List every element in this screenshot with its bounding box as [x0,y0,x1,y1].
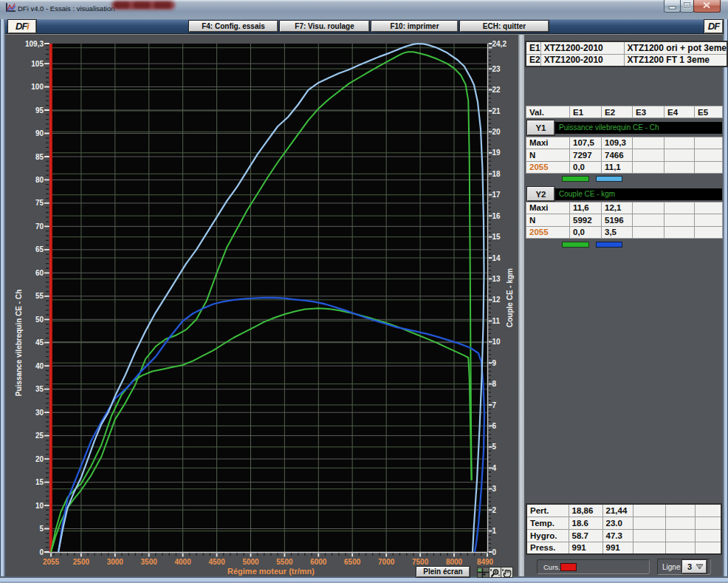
svg-text:13: 13 [492,275,501,283]
svg-text:18: 18 [492,170,501,178]
svg-text:50: 50 [35,316,44,324]
svg-text:65: 65 [35,245,44,253]
svg-text:109,3: 109,3 [25,40,44,48]
svg-text:30: 30 [35,409,44,417]
svg-text:3000: 3000 [107,558,124,566]
svg-text:14: 14 [492,254,501,262]
svg-text:23: 23 [492,65,501,73]
svg-text:8: 8 [492,380,497,388]
svg-text:20: 20 [35,455,44,463]
svg-text:7000: 7000 [378,558,395,566]
svg-text:40: 40 [35,362,44,370]
svg-text:10: 10 [35,502,44,510]
svg-text:15: 15 [492,233,501,241]
svg-text:0: 0 [39,548,44,556]
svg-text:6: 6 [492,422,497,430]
svg-text:5500: 5500 [276,558,293,566]
svg-text:17: 17 [492,191,501,199]
svg-text:6000: 6000 [310,558,327,566]
svg-text:5: 5 [39,525,44,533]
svg-text:85: 85 [35,153,44,161]
svg-text:2055: 2055 [43,558,60,566]
svg-text:Couple CE - kgm: Couple CE - kgm [506,268,514,327]
svg-text:11: 11 [492,317,501,325]
svg-text:7500: 7500 [412,558,429,566]
svg-text:15: 15 [35,478,44,486]
svg-text:0: 0 [492,548,497,556]
svg-text:24,2: 24,2 [492,40,507,48]
svg-text:Puissance vilebrequin CE - Ch: Puissance vilebrequin CE - Ch [15,290,23,396]
svg-text:105: 105 [31,60,44,68]
svg-text:100: 100 [31,83,44,91]
svg-text:12: 12 [492,296,501,304]
svg-text:1: 1 [492,527,497,535]
svg-text:60: 60 [35,269,44,277]
svg-text:4: 4 [492,464,497,472]
svg-text:70: 70 [35,222,44,231]
svg-text:16: 16 [492,212,501,220]
svg-text:Régime moteur (tr/mn): Régime moteur (tr/mn) [227,567,315,576]
svg-text:9: 9 [492,359,497,367]
svg-text:4000: 4000 [174,558,191,566]
svg-text:55: 55 [35,292,44,300]
svg-text:95: 95 [35,106,44,115]
svg-text:21: 21 [492,107,501,115]
svg-text:3500: 3500 [141,558,158,566]
svg-text:8000: 8000 [446,558,463,566]
svg-text:20: 20 [492,128,501,136]
svg-text:8490: 8490 [477,558,494,566]
svg-text:6500: 6500 [344,558,361,566]
svg-text:25: 25 [35,432,44,440]
svg-text:35: 35 [35,385,44,393]
svg-text:10: 10 [492,338,501,346]
svg-text:5000: 5000 [242,558,259,566]
svg-text:90: 90 [35,129,44,137]
svg-text:80: 80 [35,176,44,184]
svg-text:75: 75 [35,199,44,207]
svg-text:7: 7 [492,401,497,409]
svg-text:19: 19 [492,149,501,157]
svg-text:5: 5 [492,443,497,451]
svg-text:4500: 4500 [208,558,225,566]
svg-text:45: 45 [35,338,44,347]
svg-text:2: 2 [492,506,497,514]
svg-text:3: 3 [492,485,497,493]
svg-text:2500: 2500 [73,558,90,566]
svg-text:22: 22 [492,86,501,94]
